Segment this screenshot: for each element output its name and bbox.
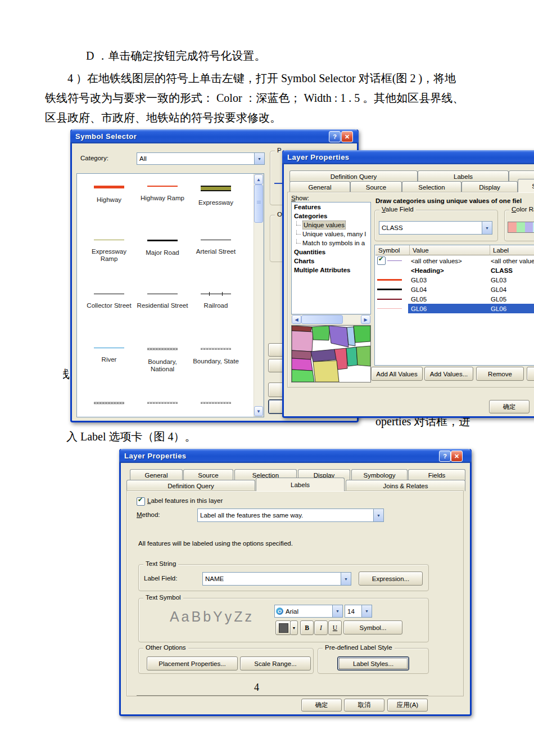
help-button[interactable]: ? (329, 131, 341, 142)
lp2-titlebar[interactable]: Layer Properties (119, 449, 472, 463)
add-values-button[interactable]: Add Values... (424, 367, 473, 381)
tree-item-charts[interactable]: Charts (292, 256, 370, 266)
remove-all-button-partial[interactable]: R (527, 367, 534, 381)
values-table[interactable]: Symbol Value Label <all other values> <a… (374, 245, 534, 366)
font-color-button[interactable] (275, 620, 291, 635)
apply-button[interactable]: 应用(A) (387, 699, 428, 712)
label-features-checkbox[interactable] (137, 497, 145, 506)
column-symbol[interactable]: Symbol (375, 245, 410, 255)
table-row[interactable]: GL04 GL04 (375, 285, 534, 294)
symbol-button[interactable]: Symbol... (343, 620, 402, 634)
method-dropdown[interactable]: Label all the features the same way. ▼ (197, 508, 384, 522)
remove-button[interactable]: Remove (476, 367, 524, 381)
scroll-up-icon[interactable]: ▲ (254, 174, 263, 184)
symbol-item-river[interactable]: River (83, 348, 135, 363)
close-button[interactable]: ✕ (341, 131, 353, 142)
symbol-item-partial-2[interactable] (137, 402, 188, 404)
symbol-item-partial-1[interactable] (83, 402, 135, 404)
symbol-item-highway-ramp[interactable]: Highway Ramp (137, 186, 188, 202)
symbol-item-partial-3[interactable] (190, 402, 242, 404)
symbol-item-highway[interactable]: Highway (83, 186, 135, 204)
label-styles-button[interactable]: Label Styles... (337, 656, 409, 670)
tab-definition-query[interactable]: Definition Query (289, 170, 418, 182)
symbol-item-collector-street[interactable]: Collector Street (83, 294, 135, 309)
chevron-down-icon[interactable]: ▼ (341, 573, 351, 585)
chevron-down-icon[interactable]: ▼ (332, 605, 342, 617)
chevron-down-icon[interactable]: ▼ (361, 605, 372, 617)
tab-labels[interactable]: Labels (256, 478, 345, 491)
scroll-right-icon[interactable]: ▶ (361, 315, 370, 324)
tab-source[interactable]: Source (183, 469, 233, 480)
color-ramp-dropdown[interactable] (508, 222, 534, 233)
tab-fields[interactable]: Fields (408, 469, 465, 480)
font-dropdown[interactable]: O Arial ▼ (274, 605, 343, 618)
show-tree[interactable]: Features Categories Unique values Unique… (291, 202, 371, 314)
symbol-item-expressway[interactable]: Expressway (190, 186, 242, 206)
lp2-title: Layer Properties (124, 452, 187, 460)
chevron-down-icon[interactable]: ▼ (254, 153, 264, 164)
row-checkbox[interactable] (377, 256, 386, 265)
italic-button[interactable]: I (314, 620, 328, 635)
close-button[interactable]: ✕ (451, 451, 463, 462)
value-field-dropdown[interactable]: CLASS ▼ (379, 221, 492, 235)
tree-item-match-symbols[interactable]: Match to symbols in a (292, 238, 370, 248)
tab-definition-query[interactable]: Definition Query (126, 480, 255, 491)
tab-symbology[interactable]: S (518, 179, 534, 192)
symbol-item-major-road[interactable]: Major Road (137, 240, 188, 256)
tab-general[interactable]: General (130, 469, 183, 480)
placement-properties-button[interactable]: Placement Properties... (147, 656, 238, 670)
tree-item-unique-values[interactable]: Unique values (302, 220, 346, 230)
hscrollbar-thumb[interactable] (301, 315, 343, 324)
column-value[interactable]: Value (410, 245, 490, 255)
lp1-titlebar[interactable]: Layer Properties (282, 150, 534, 164)
help-button[interactable]: ? (439, 451, 451, 462)
table-row[interactable]: GL03 GL03 (375, 275, 534, 285)
tab-source[interactable]: Source (350, 181, 402, 192)
column-label[interactable]: Label (490, 245, 534, 255)
tree-item-categories[interactable]: Categories (292, 212, 370, 220)
tree-item-unique-values-many[interactable]: Unique values, many l (292, 230, 370, 238)
chevron-down-icon[interactable]: ▼ (482, 222, 492, 234)
tree-item-features[interactable]: Features (292, 202, 370, 212)
symbol-item-arterial-street[interactable]: Arterial Street (190, 240, 242, 255)
cancel-button[interactable]: 取消 (344, 699, 384, 712)
symbol-item-railroad[interactable]: Railroad (190, 294, 242, 309)
underline-button[interactable]: U (328, 620, 342, 635)
tab-joins-relates[interactable]: Joins & Relates (346, 480, 465, 491)
chevron-down-icon[interactable]: ▼ (373, 509, 383, 521)
scroll-left-icon[interactable]: ◀ (292, 315, 301, 324)
table-row[interactable]: <all other values> <all other values> (375, 256, 534, 266)
symbol-selector-titlebar[interactable]: Symbol Selector (70, 129, 359, 143)
symbol-item-boundary-national[interactable]: Boundary, National (137, 348, 188, 373)
tab-labels[interactable]: Labels (418, 170, 509, 182)
tree-item-quantities[interactable]: Quantities (292, 248, 370, 256)
scale-range-button[interactable]: Scale Range... (240, 656, 311, 670)
category-dropdown[interactable]: All ▼ (137, 152, 265, 165)
text-string-label: Text String (143, 560, 178, 567)
symbol-list-scrollbar[interactable]: ▲ ▼ (254, 174, 264, 417)
ok-button[interactable]: 确定 (489, 400, 530, 413)
bold-button[interactable]: B (300, 620, 314, 635)
font-color-dropdown-arrow[interactable]: ▼ (290, 620, 298, 635)
table-row[interactable]: <Heading> CLASS (375, 266, 534, 275)
tab-display[interactable]: Display (461, 181, 518, 192)
expression-button[interactable]: Expression... (359, 572, 423, 586)
tab-selection[interactable]: Selection (402, 181, 461, 192)
tab-general[interactable]: General (289, 181, 350, 192)
ramp-swatch (517, 222, 525, 232)
ok-button[interactable]: 确定 (301, 699, 342, 712)
add-all-values-button[interactable]: Add All Values (371, 367, 423, 381)
font-size-dropdown[interactable]: 14 ▼ (345, 605, 372, 618)
scroll-down-icon[interactable]: ▼ (254, 406, 263, 416)
table-row[interactable]: GL05 GL05 (375, 294, 534, 304)
label-field-dropdown[interactable]: NAME ▼ (202, 572, 351, 586)
scrollbar-thumb[interactable] (254, 184, 263, 223)
show-tree-hscrollbar[interactable]: ◀ ▶ (291, 314, 371, 325)
font-size-value: 14 (345, 608, 361, 615)
table-row-selected[interactable]: GL06 GL06 (375, 304, 534, 313)
tree-item-multiple-attributes[interactable]: Multiple Attributes (292, 266, 370, 274)
tab-symbology[interactable]: Symbology (351, 469, 408, 480)
symbol-item-expressway-ramp[interactable]: Expressway Ramp (83, 240, 135, 263)
symbol-item-boundary-state[interactable]: Boundary, State (190, 348, 242, 365)
symbol-item-residential-street[interactable]: Residential Street (137, 294, 188, 309)
